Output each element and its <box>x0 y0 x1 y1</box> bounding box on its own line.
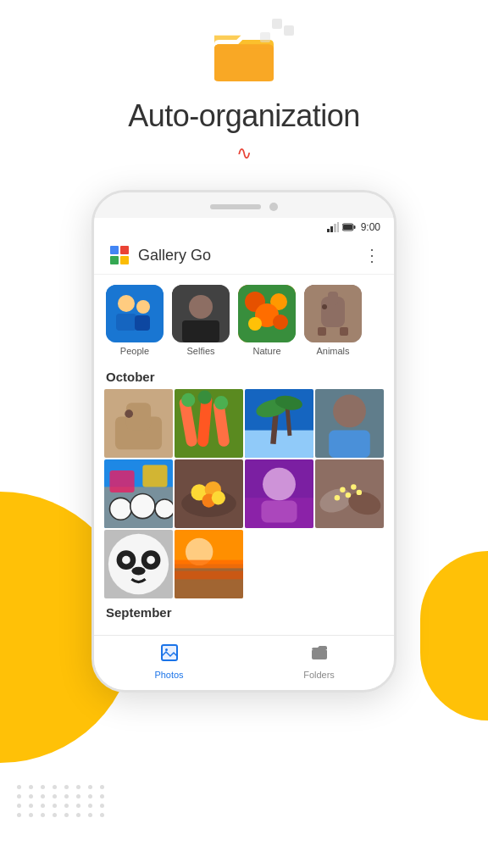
status-icons <box>327 222 356 232</box>
svg-rect-22 <box>135 315 150 331</box>
app-bar-title: Gallery Go <box>138 247 363 264</box>
svg-point-81 <box>357 490 362 495</box>
phone-speaker <box>210 204 261 209</box>
title-decoration: ∿ <box>236 142 252 164</box>
svg-point-87 <box>122 556 130 565</box>
status-time: 9:00 <box>361 221 380 233</box>
svg-point-21 <box>136 300 150 314</box>
svg-rect-18 <box>106 285 164 342</box>
svg-point-61 <box>130 494 155 519</box>
svg-rect-91 <box>175 565 243 599</box>
svg-point-47 <box>198 391 212 404</box>
phone-camera <box>269 203 278 211</box>
svg-rect-0 <box>272 19 282 29</box>
svg-point-19 <box>118 295 135 312</box>
svg-rect-14 <box>110 246 119 254</box>
svg-rect-98 <box>312 649 327 659</box>
album-people-thumb <box>106 285 164 342</box>
svg-rect-8 <box>337 222 339 232</box>
svg-point-73 <box>263 468 296 501</box>
photos-icon <box>159 643 180 668</box>
svg-point-70 <box>212 491 225 504</box>
app-bar: Gallery Go ⋮ <box>94 236 394 275</box>
album-people-label: People <box>120 346 149 356</box>
svg-point-79 <box>351 484 356 489</box>
svg-point-88 <box>147 556 155 565</box>
svg-rect-74 <box>261 501 297 523</box>
svg-point-35 <box>322 304 327 309</box>
album-selfies-label: Selfies <box>186 346 214 356</box>
svg-rect-20 <box>116 314 136 331</box>
section-september-label: September <box>104 605 384 620</box>
svg-point-89 <box>131 567 145 576</box>
nav-folders[interactable]: Folders <box>244 643 394 680</box>
photo-cell[interactable] <box>104 459 173 528</box>
svg-rect-5 <box>327 229 330 232</box>
photo-cell[interactable] <box>175 389 243 458</box>
svg-rect-63 <box>109 470 134 492</box>
photo-cell[interactable] <box>104 389 173 458</box>
album-selfies-thumb <box>172 285 230 342</box>
svg-rect-16 <box>110 256 119 264</box>
nav-photos[interactable]: Photos <box>94 643 244 680</box>
svg-point-60 <box>109 498 131 520</box>
album-animals-label: Animals <box>316 346 349 356</box>
photo-cell[interactable] <box>175 459 243 528</box>
phone-mockup: 9:00 Gallery Go ⋮ <box>0 190 488 693</box>
svg-rect-11 <box>343 225 352 230</box>
more-options-icon[interactable]: ⋮ <box>363 245 380 265</box>
svg-rect-7 <box>334 224 336 232</box>
photo-cell[interactable] <box>104 530 173 598</box>
svg-rect-2 <box>260 32 270 42</box>
album-nature[interactable]: Nature <box>236 285 297 356</box>
section-october-label: October <box>104 370 384 384</box>
nav-folders-label: Folders <box>303 670 335 680</box>
album-nature-thumb <box>238 285 296 342</box>
svg-rect-6 <box>330 226 333 232</box>
page-title: Auto-organization <box>128 98 360 134</box>
photo-cell[interactable] <box>245 459 313 528</box>
svg-rect-34 <box>328 292 338 305</box>
svg-point-46 <box>181 393 195 407</box>
svg-point-62 <box>155 499 173 519</box>
photo-cell[interactable] <box>315 389 384 458</box>
hero-section: Auto-organization ∿ <box>0 0 488 190</box>
albums-row: People Selfies <box>104 285 384 356</box>
photo-cell[interactable] <box>175 530 243 598</box>
album-animals[interactable]: Animals <box>302 285 363 356</box>
photo-cell[interactable] <box>245 389 313 458</box>
svg-rect-17 <box>120 256 129 264</box>
svg-rect-57 <box>329 431 370 458</box>
svg-point-31 <box>273 314 288 330</box>
svg-point-78 <box>340 487 345 492</box>
svg-rect-10 <box>353 225 355 229</box>
svg-rect-64 <box>142 465 167 487</box>
album-selfies[interactable]: Selfies <box>170 285 231 356</box>
status-bar: 9:00 <box>94 218 394 236</box>
svg-rect-95 <box>175 571 243 580</box>
signal-icon <box>327 222 339 232</box>
svg-point-30 <box>248 317 262 331</box>
svg-rect-1 <box>284 25 294 36</box>
svg-point-80 <box>346 492 351 498</box>
album-people[interactable]: People <box>104 285 165 356</box>
svg-point-84 <box>108 534 169 594</box>
mini-squares-icon <box>255 17 297 59</box>
nav-photos-label: Photos <box>154 670 183 680</box>
bg-dots-pattern <box>17 785 107 817</box>
album-animals-thumb <box>304 285 362 342</box>
svg-rect-36 <box>318 327 326 336</box>
svg-rect-15 <box>120 246 129 254</box>
svg-point-24 <box>189 295 213 319</box>
svg-point-97 <box>165 648 168 651</box>
section-september: September <box>104 605 384 620</box>
folder-icon-wrapper <box>214 34 274 85</box>
gallery-go-logo <box>108 243 131 267</box>
battery-icon <box>342 223 356 231</box>
photo-cell[interactable] <box>315 459 384 528</box>
phone-frame: 9:00 Gallery Go ⋮ <box>92 190 396 693</box>
svg-point-82 <box>335 495 340 500</box>
svg-point-56 <box>333 394 366 427</box>
svg-rect-37 <box>340 327 348 336</box>
svg-rect-96 <box>162 645 177 660</box>
